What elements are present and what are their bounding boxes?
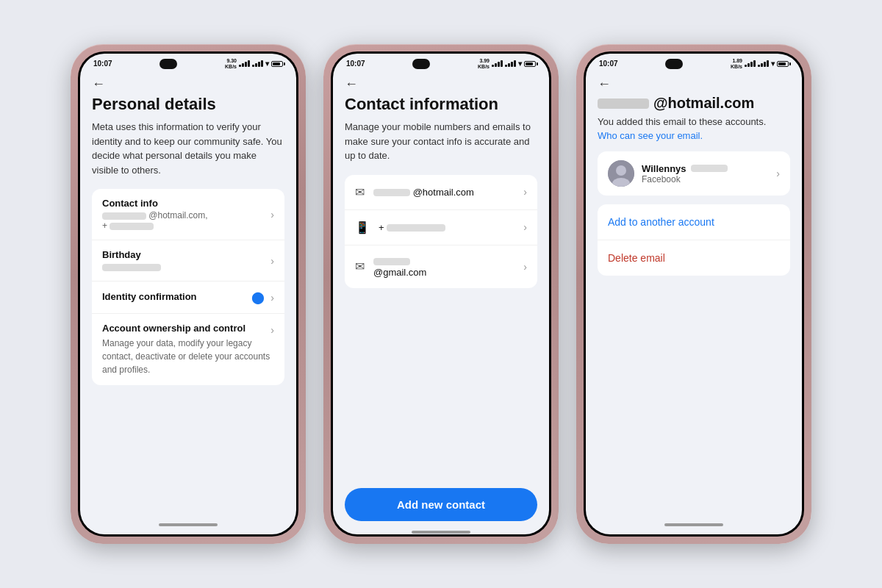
birthday-chevron: › (270, 255, 274, 267)
home-bar-1 (159, 523, 218, 526)
battery-3 (777, 61, 789, 67)
contact-info-left: Contact info @hotmail.com, + (102, 198, 270, 231)
contacts-card: ✉ @hotmail.com › 📱 + (345, 175, 537, 288)
birthday-label: Birthday (102, 249, 270, 260)
account-platform: Facebook (642, 174, 769, 184)
home-bar-2 (412, 531, 470, 534)
home-bar-3 (664, 523, 723, 526)
birthday-left: Birthday (102, 249, 270, 272)
personal-details-content: Personal details Meta uses this informat… (80, 95, 296, 520)
battery-1 (271, 61, 283, 67)
account-name-blurred (691, 165, 728, 172)
contact-email-2[interactable]: ✉ @gmail.com › (345, 245, 537, 288)
notch-2 (412, 59, 430, 69)
contact-phone[interactable]: 📱 + › (345, 210, 537, 245)
battery-2 (524, 61, 536, 67)
contact-email-1[interactable]: ✉ @hotmail.com › (345, 175, 537, 210)
phone-screen-3: 10:07 1.89KB/s (586, 54, 802, 534)
email-blurred-2 (373, 189, 410, 196)
time-1: 10:07 (93, 60, 112, 68)
status-icons-2: 3.99KB/s ▾ (478, 58, 536, 69)
phone-3: 10:07 1.89KB/s (576, 44, 811, 544)
email-2-chevron: › (523, 261, 527, 273)
email-icon-2: ✉ (355, 259, 365, 273)
phone-screen-container-2: 10:07 3.99KB/s (331, 51, 551, 537)
email-1-chevron: › (523, 186, 527, 198)
birthday-item[interactable]: Birthday › (92, 240, 284, 282)
kb-speed-2: 3.99KB/s (478, 58, 490, 69)
page-description-2: Manage your mobile numbers and emails to… (345, 120, 537, 163)
signal-5 (745, 60, 756, 67)
kb-speed-1: 9.30KB/s (225, 58, 237, 69)
identity-chevron: › (270, 292, 274, 304)
phone-frame-2: 10:07 3.99KB/s (323, 44, 559, 544)
back-button-1[interactable]: ← (80, 71, 296, 95)
phone-screen-1: 10:07 9.30KB/s (80, 54, 296, 534)
account-ownership-desc: Manage your data, modify your legacy con… (102, 337, 270, 376)
back-button-2[interactable]: ← (333, 71, 549, 95)
email-icon-1: ✉ (355, 185, 365, 199)
phone-text: + (379, 222, 514, 233)
svg-point-1 (616, 165, 626, 176)
home-indicator-2 (333, 530, 549, 534)
account-name: Willennys (642, 163, 769, 174)
email-subtitle: You added this email to these accounts. (598, 116, 790, 127)
identity-label: Identity confirmation (102, 291, 251, 302)
identity-item[interactable]: Identity confirmation ⬤ › (92, 282, 284, 314)
facebook-icon: ⬤ (251, 290, 265, 304)
wifi-icon-2: ▾ (518, 60, 522, 68)
phone-2: 10:07 3.99KB/s (323, 44, 559, 544)
delete-email-button[interactable]: Delete email (598, 240, 790, 276)
time-2: 10:07 (346, 60, 365, 68)
wifi-icon-1: ▾ (265, 60, 269, 68)
account-ownership-label: Account ownership and control (102, 323, 270, 334)
status-icons-1: 9.30KB/s ▾ (225, 58, 283, 69)
email-blurred-1 (102, 212, 146, 220)
back-button-3[interactable]: ← (586, 71, 802, 95)
page-title-2: Contact information (345, 95, 537, 114)
avatar (608, 160, 634, 187)
phone-screen-container-3: 10:07 1.89KB/s (584, 51, 804, 537)
email-prefix-blurred (598, 98, 649, 109)
phone-chevron: › (523, 221, 527, 233)
actions-card: Add to another account Delete email (598, 204, 790, 276)
page-title-1: Personal details (92, 95, 284, 114)
who-can-see-link[interactable]: Who can see your email. (598, 130, 790, 141)
time-3: 10:07 (599, 60, 618, 68)
contact-info-item[interactable]: Contact info @hotmail.com, + › (92, 189, 284, 240)
home-indicator-3 (586, 520, 802, 534)
status-bar-2: 10:07 3.99KB/s (333, 54, 549, 71)
signal-4 (505, 60, 516, 67)
contact-info-content: Contact information Manage your mobile n… (333, 95, 549, 530)
phone-1: 10:07 9.30KB/s (71, 44, 306, 544)
home-indicator-1 (80, 520, 296, 534)
account-card[interactable]: Willennys Facebook › (598, 151, 790, 196)
phone-blurred-1 (110, 223, 154, 230)
signal-1 (239, 60, 250, 67)
email-domain: @hotmail.com (653, 95, 754, 112)
birthday-blurred (102, 264, 161, 271)
page-description-1: Meta uses this information to verify you… (92, 120, 284, 177)
wifi-icon-3: ▾ (771, 60, 775, 68)
identity-right: ⬤ › (251, 290, 274, 304)
phone-frame-1: 10:07 9.30KB/s (71, 44, 306, 544)
status-icons-3: 1.89KB/s ▾ (731, 58, 789, 69)
birthday-value (102, 262, 270, 272)
contact-info-value: @hotmail.com, + (102, 210, 270, 231)
email-header: @hotmail.com (598, 95, 790, 112)
account-ownership-item[interactable]: Account ownership and control Manage you… (92, 314, 284, 385)
signal-6 (758, 60, 769, 67)
email-blurred-3 (373, 258, 410, 265)
add-new-contact-button[interactable]: Add new contact (345, 488, 537, 521)
email-detail-content: @hotmail.com You added this email to the… (586, 95, 802, 520)
contact-info-label: Contact info (102, 198, 270, 209)
phone-screen-2: 10:07 3.99KB/s (333, 54, 549, 534)
account-chevron: › (776, 168, 780, 179)
details-card-1: Contact info @hotmail.com, + › (92, 189, 284, 385)
account-info: Willennys Facebook (642, 163, 769, 184)
kb-speed-3: 1.89KB/s (731, 58, 742, 69)
add-to-account-button[interactable]: Add to another account (598, 204, 790, 240)
email-1-text: @hotmail.com (373, 187, 514, 198)
signal-2 (252, 60, 263, 67)
contact-info-chevron: › (270, 209, 274, 220)
